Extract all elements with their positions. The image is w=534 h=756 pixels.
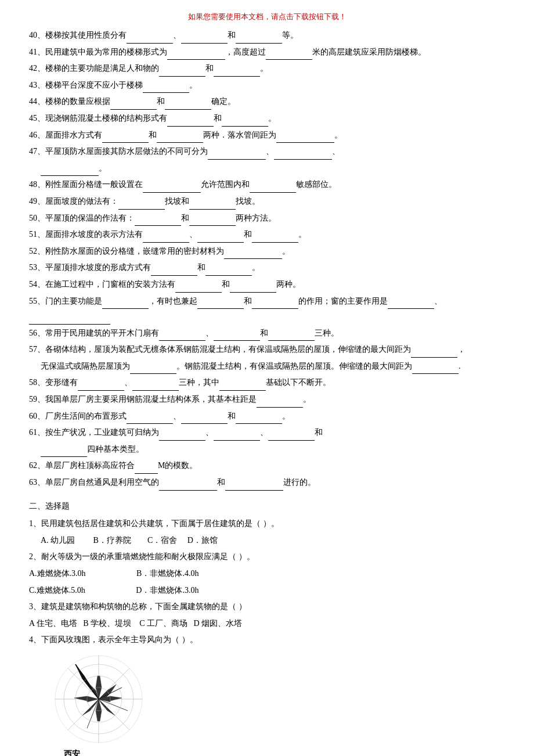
line-46: 46、屋面排水方式有和两种．落水管间距为。 — [29, 128, 505, 143]
line-50: 50、平屋顶的保温的作法有：和两种方法。 — [29, 211, 505, 226]
blank-57-3 — [412, 373, 459, 374]
q2-options-a: A.难燃烧体.3.0h B．非燃烧体.4.0h — [29, 566, 505, 582]
blank-48-1 — [143, 192, 201, 193]
blank-54-2 — [230, 292, 276, 293]
blank-61-1 — [159, 440, 205, 441]
blank-44-1 — [110, 109, 157, 110]
wind-rose-container: 西安 A 西北风 B 南北风 C 西南风 D 东北风 — [52, 653, 505, 756]
blank-40-3 — [236, 43, 282, 44]
section2-title: 二、选择题 — [29, 499, 505, 514]
line-59: 59、我国单层厂房主要采用钢筋混凝土结构体系，其基本柱距是。 — [29, 392, 505, 408]
blank-42-1 — [159, 76, 205, 77]
blank-45-1 — [167, 126, 214, 127]
blank-56-2 — [214, 340, 260, 341]
blank-50-1 — [135, 225, 181, 226]
blank-46-2 — [157, 142, 203, 143]
blank-63-1 — [159, 490, 217, 491]
blank-49-2 — [189, 209, 236, 210]
blank-55-2 — [197, 308, 244, 309]
blank-56-1 — [159, 340, 205, 341]
blank-43 — [143, 92, 189, 93]
main-content: 40、楼梯按其使用性质分有、和等。 41、民用建筑中最为常用的楼梯形式为，高度超… — [29, 28, 505, 756]
line-61-cont: 四种基本类型。 — [29, 442, 505, 458]
blank-55-5 — [29, 324, 110, 325]
line-58: 58、变形缝有、三种，其中基础以下不断开。 — [29, 375, 505, 391]
wind-rose-city-label: 西安 — [64, 747, 80, 756]
blank-40-2 — [181, 43, 228, 44]
line-57-cont: 无保温式或隔热层屋顶为。钢筋混凝土结构，有保温或隔热层的屋顶。伸缩缝的最大间距为… — [29, 359, 505, 375]
blank-55-3 — [252, 308, 298, 309]
line-62: 62、单层厂房柱顶标高应符合M的模数。 — [29, 458, 505, 474]
page-header: 如果您需要使用本文档，请点击下载按钮下载！ — [29, 12, 505, 22]
line-43: 43、楼梯平台深度不应小于楼梯。 — [29, 78, 505, 93]
line-41: 41、民用建筑中最为常用的楼梯形式为，高度超过米的高层建筑应采用防烟楼梯。 — [29, 45, 505, 60]
line-63: 63、单层厂房自然通风是利用空气的和进行的。 — [29, 475, 505, 491]
blank-57-1 — [411, 357, 457, 358]
line-60: 60、厂房生活间的布置形式、和。 — [29, 409, 505, 424]
line-51: 51、屋面排水坡度的表示方法有、和。 — [29, 227, 505, 243]
blank-55-4 — [388, 308, 434, 309]
blank-45-2 — [222, 126, 268, 127]
q3-options: A 住宅、电塔 B 学校、堤坝 C 工厂、商场 D 烟囱、水塔 — [29, 616, 505, 632]
blank-54-1 — [175, 292, 222, 293]
blank-51-3 — [252, 242, 298, 243]
q3-text: 3、建筑是建筑物和构筑物的总称，下面全属建筑物的是（ ） — [29, 599, 505, 615]
q1-options: A. 幼儿园 B．疗养院 C．宿舍 D．旅馆 — [29, 533, 505, 549]
line-44: 44、楼梯的数量应根据和确定。 — [29, 94, 505, 110]
line-40: 40、楼梯按其使用性质分有、和等。 — [29, 28, 505, 44]
line-54: 54、在施工过程中，门窗框的安装方法有和两种。 — [29, 277, 505, 293]
blank-50-2 — [189, 225, 236, 226]
wind-rose-diagram — [52, 653, 145, 746]
blank-58-2 — [132, 390, 179, 391]
q1-text: 1、民用建筑包括居住建筑和公共建筑，下面属于居住建筑的是（ ）。 — [29, 516, 505, 532]
line-49: 49、屋面坡度的做法有：找坡和找坡。 — [29, 194, 505, 210]
line-53: 53、平屋顶排水坡度的形成方式有和。 — [29, 260, 505, 276]
blank-51-2 — [197, 242, 244, 243]
line-47-cont: 。 — [29, 161, 505, 177]
blank-62 — [135, 473, 158, 474]
line-47: 47、平屋顶防水屋面接其防水层做法的不同可分为、、 — [29, 144, 505, 160]
blank-61-4 — [41, 456, 87, 457]
line-57: 57、各砌体结构，屋顶为装配式无檩条体系钢筋混凝土结构，有保温或隔热层的屋顶，伸… — [29, 342, 505, 358]
blank-56-3 — [268, 340, 315, 341]
blank-42-2 — [214, 76, 260, 77]
line-42: 42、楼梯的主要功能是满足人和物的和。 — [29, 61, 505, 77]
blank-59 — [257, 407, 303, 408]
blank-63-2 — [225, 490, 283, 491]
q2-options-b: C.难燃烧体.5.0h D．非燃烧体.3.0h — [29, 583, 505, 599]
blank-46-3 — [276, 142, 334, 143]
blank-47-2 — [274, 159, 332, 160]
q2-text: 2、耐火等级为一级的承重墙燃烧性能和耐火极限应满足（ ）。 — [29, 549, 505, 565]
blank-44-2 — [165, 109, 211, 110]
blank-53-1 — [151, 275, 197, 276]
blank-48-2 — [250, 192, 296, 193]
svg-line-14 — [75, 664, 99, 699]
blank-47-3 — [41, 175, 99, 176]
blank-61-2 — [214, 440, 260, 441]
blank-60-1 — [127, 423, 173, 424]
line-45: 45、现浇钢筋混凝土楼梯的结构形式有和。 — [29, 111, 505, 127]
blank-40-1 — [127, 43, 173, 44]
blank-52 — [224, 258, 282, 259]
blank-51-1 — [143, 242, 189, 243]
blank-41-1 — [167, 59, 225, 60]
q4-text: 4、下面风玫瑰图，表示全年主导风向为（ ）。 — [29, 632, 505, 648]
line-61: 61、按生产状况，工业建筑可归纳为、、和 — [29, 425, 505, 441]
blank-58-3 — [219, 390, 266, 391]
blank-60-3 — [236, 423, 282, 424]
blank-57-2 — [130, 373, 176, 374]
line-48: 48、刚性屋面分格缝一般设置在允许范围内和敏感部位。 — [29, 177, 505, 193]
blank-55-1 — [102, 308, 149, 309]
blank-60-2 — [181, 423, 228, 424]
blank-49-1 — [118, 209, 165, 210]
blank-47-1 — [208, 159, 266, 160]
blank-58-1 — [78, 390, 124, 391]
blank-41-2 — [266, 59, 312, 60]
line-56: 56、常用于民用建筑的平开木门扇有、和三种。 — [29, 326, 505, 341]
line-52: 52、刚性防水屋面的设分格缝，嵌缝常用的密封材料为。 — [29, 244, 505, 260]
blank-61-3 — [268, 440, 315, 441]
blank-53-2 — [205, 275, 252, 276]
line-55: 55、门的主要功能是，有时也兼起和的作用；窗的主要作用是、 — [29, 294, 505, 325]
blank-46-1 — [102, 142, 149, 143]
